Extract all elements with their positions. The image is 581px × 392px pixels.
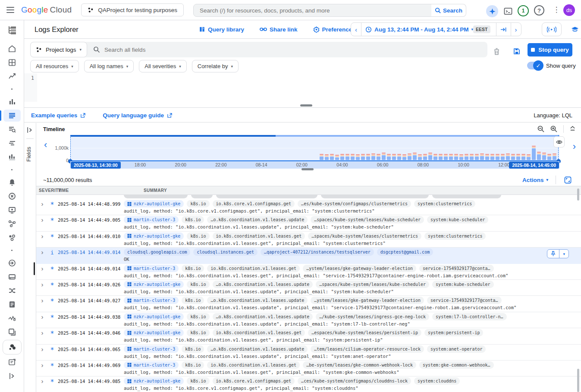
cloud-shell-icon[interactable] [503,6,513,16]
filter-all-resources[interactable]: All resources▾ [30,60,79,72]
expand-row-icon[interactable]: › [39,329,45,336]
jump-to-now-button[interactable] [496,23,511,36]
stop-query-button[interactable]: Stop query [528,43,572,56]
query-editor[interactable]: 1 [24,73,581,108]
expand-row-icon[interactable]: › [39,361,45,369]
sidebar-item-storage[interactable] [3,271,21,283]
help-icon[interactable]: ? [534,5,544,16]
fields-scroll-indicator[interactable] [34,262,35,275]
summary-chip[interactable]: martin-cluster-3 [124,345,179,353]
editor-resize-handle[interactable] [300,104,312,107]
summary-chip[interactable]: martin-cluster-3 [124,265,179,272]
expand-row-icon[interactable]: › [39,216,45,223]
zoom-out-icon[interactable] [537,125,544,132]
summary-chip[interactable]: nzkr-autopilot-gke [124,200,184,207]
summary-chip[interactable]: system:clustermetrics [414,200,475,207]
log-row[interactable]: ›*2025-08-14 14:44:49.026nzkr-autopilot-… [36,280,581,296]
filter-correlate-by[interactable]: Correlate by▾ [192,60,239,72]
summary-chip[interactable]: k8s.io [182,216,204,223]
expand-row-icon[interactable]: › [39,313,45,320]
summary-chip[interactable]: system:anet-operator [427,345,486,353]
example-queries-link[interactable]: Example queries [31,112,85,119]
sidebar-item-pulse[interactable] [3,312,21,324]
summary-chip[interactable]: io.k8s.core.v1.configmaps.get [213,377,295,385]
summary-chip[interactable]: …o.k8s.coordination.v1.leases.update [213,313,313,320]
summary-chip[interactable]: …spaces/kube-system/leases/kube-schedule… [311,216,424,223]
pin-icon[interactable] [547,250,559,258]
log-row[interactable]: ›*2025-08-14 14:44:49.005martin-cluster-… [36,215,581,231]
log-row[interactable]: ›i2025-08-14 14:44:49.014cloudsql.google… [36,248,581,263]
timeline-chart[interactable] [70,135,559,161]
filter-all-severities[interactable]: All severities▾ [139,60,187,72]
summary-chip[interactable]: …qaproject-407212/instances/testsqlserve… [261,248,374,256]
log-scope-selector[interactable]: Project logs ▾ [30,42,87,57]
preferences-button[interactable]: Preferences [313,26,355,33]
summary-chip[interactable]: …o.k8s.coordination.v1.leases.update [213,281,313,288]
summary-chip[interactable]: …o.k8s.coordination.v1.leases.update [207,345,308,353]
stream-logs-button[interactable] [542,22,562,36]
filter-all-log-names[interactable]: All log names▾ [84,60,134,72]
show-query-toggle[interactable]: ✓ [527,62,543,69]
summary-chip[interactable]: system:gke-common-webhook… [419,361,494,369]
summary-chip[interactable]: …ces/kube-system/configmaps/clouddns-loc… [298,377,411,385]
log-row[interactable]: ›*2025-08-14 14:44:49.069martin-cluster-… [36,361,581,376]
expand-row-icon[interactable]: › [39,265,45,272]
summary-chip[interactable]: system:clustermetrics [424,232,486,240]
sidebar-item-error-circle[interactable] [3,190,21,202]
summary-chip[interactable]: …spaces/kube-system/leases/clustermetric… [308,232,421,240]
table-scrollbar[interactable] [577,188,579,201]
summary-chip[interactable]: k8s.io [187,377,209,385]
summary-chip[interactable]: nzkr-autopilot-gke [124,281,184,288]
sidebar-item-instances[interactable] [3,232,21,244]
summary-chip[interactable]: nzkr-autopilot-gke [124,232,184,240]
query-library-button[interactable]: Query library [199,26,244,33]
timeline-prev-icon[interactable]: ‹ [44,139,47,151]
summary-chip[interactable]: system:clouddns [414,377,460,385]
summary-chip[interactable]: system:l7-lb-controller-n… [432,313,507,320]
sidebar-item-column-chart[interactable] [3,151,21,163]
summary-chip[interactable]: martin-cluster-3 [124,216,179,223]
timeline-brush[interactable]: 2025-08-13, 14:30:00 18:0020:0022:0008-1… [70,161,559,169]
more-options-icon[interactable]: ⋮ [551,4,562,15]
global-search[interactable] [193,4,432,17]
sidebar-item-monitor[interactable] [3,204,21,216]
summary-chip[interactable]: martin-cluster-3 [124,361,179,369]
sidebar-item-shuffle[interactable] [3,285,21,297]
sidebar-item-search-logs[interactable] [3,123,21,135]
log-row[interactable]: ›*2025-08-14 14:44:49.027martin-cluster-… [36,296,581,312]
share-link-button[interactable]: Share link [260,26,298,33]
summary-chip[interactable]: io.k8s.coordination.v1.leases.get [207,265,300,272]
summary-chip[interactable]: cloudsql.googleapis.com [124,248,190,256]
summary-chip[interactable]: nzkr-autopilot-gke [124,377,184,385]
query-language-guide-link[interactable]: Query language guide [103,112,172,119]
project-selector[interactable]: QAProject for testing purposes [81,3,184,16]
search-all-fields-input[interactable] [104,47,459,53]
global-search-input[interactable] [200,7,425,14]
summary-chip[interactable]: …o.k8s.coordination.v1.leases.update [207,216,308,223]
sidebar-item-logs[interactable] [3,110,21,122]
save-query-icon[interactable] [512,46,522,56]
summary-chip[interactable]: k8s.io [187,200,209,207]
expand-fields-panel-icon[interactable] [26,126,34,134]
summary-chip[interactable]: k8s.io [187,313,209,320]
sidebar-item-document[interactable] [3,298,21,310]
preview-logs-icon[interactable] [553,136,565,147]
sidebar-item-trace-lines[interactable] [3,137,21,149]
gemini-icon[interactable] [486,5,498,17]
timeline-next-icon[interactable]: › [573,141,576,152]
timeline-resize-handle[interactable] [301,168,314,170]
summary-chip[interactable]: k8s.io [187,281,209,288]
summary-chip[interactable]: …es/kube-system/configmaps/clustermetric… [298,200,411,207]
summary-chip[interactable]: system:kube-scheduler [432,281,493,288]
global-search-button[interactable]: Search [431,4,466,17]
sidebar-item-topology[interactable] [3,218,21,230]
log-row[interactable]: ›*2025-08-14 14:44:49.038nzkr-autopilot-… [36,312,581,328]
summary-chip[interactable]: k8s.io [182,345,204,353]
expand-row-icon[interactable]: › [39,377,45,385]
page-scrollbar[interactable] [577,369,579,392]
summary-chip[interactable]: nzkr-autopilot-gke [124,329,184,336]
pin-menu-icon[interactable]: ▾ [559,250,568,258]
summary-chip[interactable]: …ystem/leases/gke-gateway-leader-electio… [311,297,424,304]
expand-row-icon[interactable]: › [39,281,45,288]
actions-button[interactable]: Actions ▾ [522,177,548,183]
